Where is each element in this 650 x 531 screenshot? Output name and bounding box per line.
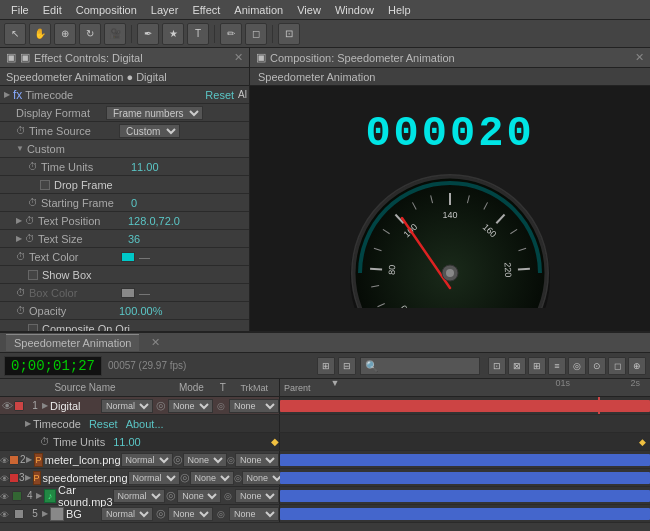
text-position-value[interactable]: 128.0,72.0: [128, 215, 180, 227]
layer-1-playhead: [598, 397, 600, 414]
layer-5-left: 👁 5 ▶ BG Normal ◎ None ◎ None: [0, 505, 280, 522]
layer-3-mode[interactable]: Normal: [128, 471, 180, 485]
layer-3-eye2[interactable]: ◎: [234, 473, 242, 483]
menu-animation[interactable]: Animation: [227, 4, 290, 16]
timeline-tab[interactable]: Speedometer Animation: [6, 334, 139, 351]
layer-2-triangle[interactable]: ▶: [26, 455, 32, 464]
text-color-swatch[interactable]: [121, 252, 135, 262]
layer-4-eye2[interactable]: ◎: [221, 491, 235, 501]
tl-btn-6[interactable]: ≡: [548, 357, 566, 375]
layer-1-trkmat[interactable]: None: [168, 399, 213, 413]
layer-2-bar: [280, 454, 650, 466]
effect-controls-list: ▶ fx Timecode Reset Al Display Format Fr…: [0, 86, 249, 331]
menu-effect[interactable]: Effect: [185, 4, 227, 16]
timecode-reset[interactable]: Reset: [205, 89, 234, 101]
toolbar-btn-rotate[interactable]: ↻: [79, 23, 101, 45]
tl-btn-5[interactable]: ⊞: [528, 357, 546, 375]
timecode-sub-triangle[interactable]: ▶: [25, 419, 31, 428]
timeunits-prop-label: Time Units: [53, 436, 105, 448]
timecode-sub-reset[interactable]: Reset: [89, 418, 118, 430]
tl-btn-1[interactable]: ⊞: [317, 357, 335, 375]
time-units-value[interactable]: 11.00: [131, 161, 159, 173]
layer-2-eye2[interactable]: ◎: [227, 455, 235, 465]
speed-number: 000020: [365, 110, 534, 158]
menu-layer[interactable]: Layer: [144, 4, 186, 16]
tl-btn-4[interactable]: ⊠: [508, 357, 526, 375]
layer-3-triangle[interactable]: ▶: [25, 473, 31, 482]
layer-1-parent[interactable]: None: [229, 399, 279, 413]
timecode-display[interactable]: 0;00;01;27: [4, 356, 102, 376]
display-format-select[interactable]: Frame numbers: [106, 106, 203, 120]
panel-close-btn[interactable]: ✕: [234, 51, 243, 64]
layer-1-triangle[interactable]: ▶: [42, 401, 48, 410]
composition-title: Composition: Speedometer Animation: [270, 52, 455, 64]
timeline-search[interactable]: [360, 357, 480, 375]
timecode-triangle[interactable]: ▶: [4, 90, 10, 99]
timecode-label: Timecode: [25, 89, 115, 101]
menu-view[interactable]: View: [290, 4, 328, 16]
timecode-subrow-left: ▶ Timecode Reset About...: [0, 415, 280, 432]
tl-btn-9[interactable]: ◻: [608, 357, 626, 375]
toolbar-btn-puppet[interactable]: ⊡: [278, 23, 300, 45]
text-size-triangle[interactable]: ▶: [16, 234, 22, 243]
layer-2-eye[interactable]: 👁: [0, 454, 9, 466]
layer-2-trkmat[interactable]: None: [183, 453, 227, 467]
text-position-triangle[interactable]: ▶: [16, 216, 22, 225]
layer-2-mode[interactable]: Normal: [121, 453, 173, 467]
toolbar-btn-text[interactable]: T: [187, 23, 209, 45]
layer-5-triangle[interactable]: ▶: [42, 509, 48, 518]
layer-5-mode[interactable]: Normal: [101, 507, 153, 521]
toolbar-btn-eraser[interactable]: ◻: [245, 23, 267, 45]
timecode-sub-about[interactable]: About...: [126, 418, 164, 430]
menu-composition[interactable]: Composition: [69, 4, 144, 16]
tl-btn-10[interactable]: ⊕: [628, 357, 646, 375]
toolbar-btn-star[interactable]: ★: [162, 23, 184, 45]
layer-5-eye2[interactable]: ◎: [213, 509, 229, 519]
layer-5-parent[interactable]: None: [229, 507, 279, 521]
opacity-value[interactable]: 100.00%: [119, 305, 162, 317]
menu-edit[interactable]: Edit: [36, 4, 69, 16]
tl-btn-7[interactable]: ◎: [568, 357, 586, 375]
layer-3-trkmat[interactable]: None: [190, 471, 234, 485]
layer-row-5: 👁 5 ▶ BG Normal ◎ None ◎ None: [0, 505, 650, 523]
starting-frame-watch: ⏱: [28, 197, 38, 208]
layer-4-eye[interactable]: 👁: [0, 490, 12, 502]
layer-4-bar: [280, 490, 650, 502]
toolbar-btn-3[interactable]: ⊕: [54, 23, 76, 45]
layer-5-eye[interactable]: 👁: [0, 508, 14, 520]
toolbar-btn-brush[interactable]: ✏: [220, 23, 242, 45]
layer-4-trkmat[interactable]: None: [177, 489, 221, 503]
t-header: T: [216, 382, 229, 393]
layer-1-eye2[interactable]: ◎: [213, 401, 229, 411]
timeline-close[interactable]: ✕: [151, 336, 160, 349]
composite-checkbox[interactable]: [28, 324, 38, 332]
layer-1-mode[interactable]: Normal: [101, 399, 153, 413]
tl-btn-8[interactable]: ⊙: [588, 357, 606, 375]
menu-window[interactable]: Window: [328, 4, 381, 16]
layer-2-parent[interactable]: None: [235, 453, 279, 467]
toolbar-btn-1[interactable]: ↖: [4, 23, 26, 45]
text-size-value[interactable]: 36: [128, 233, 140, 245]
tl-btn-3[interactable]: ⊡: [488, 357, 506, 375]
toolbar-btn-2[interactable]: ✋: [29, 23, 51, 45]
toolbar-btn-camera[interactable]: 🎥: [104, 23, 126, 45]
show-box-checkbox[interactable]: [28, 270, 38, 280]
custom-triangle[interactable]: ▼: [16, 144, 24, 153]
layer-4-mode[interactable]: Normal: [113, 489, 165, 503]
box-color-swatch[interactable]: [121, 288, 135, 298]
layer-1-eye[interactable]: 👁: [0, 400, 14, 412]
layer-4-t: ◎: [165, 489, 178, 502]
layer-3-parent[interactable]: None: [242, 471, 286, 485]
tl-btn-2[interactable]: ⊟: [338, 357, 356, 375]
layer-4-triangle[interactable]: ▶: [36, 491, 42, 500]
menu-file[interactable]: File: [4, 4, 36, 16]
layer-5-trkmat[interactable]: None: [168, 507, 213, 521]
time-source-select[interactable]: Custom: [119, 124, 180, 138]
drop-frame-checkbox[interactable]: [40, 180, 50, 190]
layer-4-parent[interactable]: None: [235, 489, 279, 503]
comp-close-btn[interactable]: ✕: [635, 51, 644, 64]
layer-3-eye[interactable]: 👁: [0, 472, 9, 484]
starting-frame-value[interactable]: 0: [131, 197, 137, 209]
toolbar-btn-pen[interactable]: ✒: [137, 23, 159, 45]
menu-help[interactable]: Help: [381, 4, 418, 16]
